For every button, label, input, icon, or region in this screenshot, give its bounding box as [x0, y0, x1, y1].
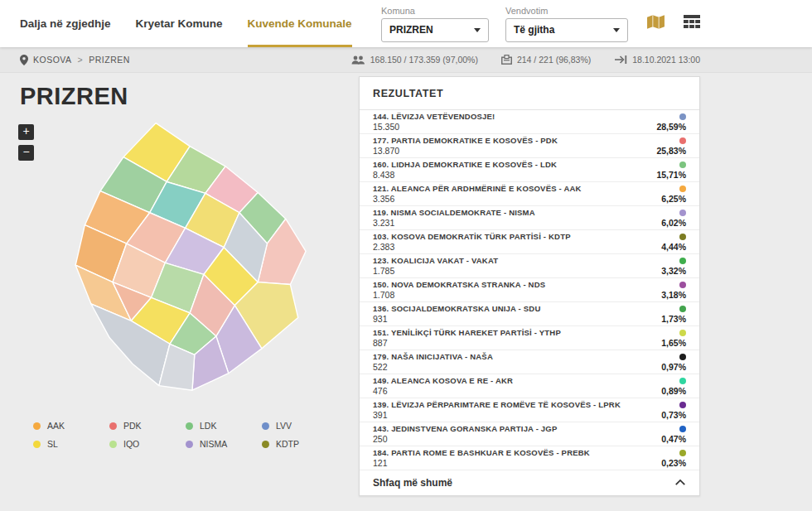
nav-tabs: Dalja në zgjedhjeKryetar KomuneKuvende K… [20, 0, 352, 47]
result-values: 1.7083,18% [373, 290, 686, 300]
show-more-button[interactable]: Shfaq më shumë [360, 470, 699, 495]
party-votes: 887 [373, 338, 388, 348]
party-percent: 6,25% [661, 194, 686, 204]
result-values: 3.2316,02% [373, 218, 686, 228]
party-votes: 476 [373, 386, 388, 396]
select-vendvotim[interactable]: Të gjitha [505, 18, 628, 42]
stat-value: 168.150 / 173.359 (97,00%) [370, 55, 478, 65]
result-name-row: 184. PARTIA ROME E BASHKUAR E KOSOVËS - … [373, 448, 686, 457]
party-color-dot [679, 378, 686, 384]
legend-label: NISMA [200, 439, 227, 449]
result-name-row: 144. LËVIZJA VETËVENDOSJE! [373, 112, 686, 121]
party-percent: 25,83% [656, 146, 686, 156]
result-name-row: 149. ALEANCA KOSOVA E RE - AKR [373, 376, 686, 385]
result-values: 1.7853,32% [373, 266, 686, 276]
party-votes: 121 [373, 458, 388, 468]
stats-bar: 168.150 / 173.359 (97,00%)214 / 221 (96,… [351, 55, 700, 65]
results-title: REZULTATET [360, 77, 699, 110]
tab-kryetar-komune[interactable]: Kryetar Komune [136, 0, 223, 47]
map-icon [646, 14, 665, 33]
party-votes: 1.708 [373, 290, 394, 300]
result-name-row: 177. PARTIA DEMOKRATIKE E KOSOVËS - PDK [373, 136, 686, 145]
legend-label: KDTP [276, 439, 299, 449]
stat-turnout-arrow: 18.10.2021 13:00 [614, 55, 700, 65]
legend-label: AAK [47, 421, 65, 431]
party-color-dot [679, 210, 686, 216]
municipality-map[interactable] [15, 118, 346, 404]
party-color-dot [679, 186, 686, 192]
zoom-in-button[interactable]: + [18, 124, 34, 140]
select-value-komuna: PRIZREN [389, 24, 433, 36]
party-percent: 3,32% [661, 266, 686, 276]
kosovo-map-svg [15, 118, 346, 404]
result-row: 103. KOSOVA DEMOKRATİK TÜRK PARTİSİ - KD… [360, 230, 699, 254]
party-percent: 4,44% [661, 242, 686, 252]
party-name: 123. KOALICIJA VAKAT - VAKAT [373, 256, 498, 265]
party-color-dot [679, 306, 686, 312]
legend-item-iqo: IQO [109, 439, 186, 449]
party-color-dot [679, 450, 686, 456]
result-row: 184. PARTIA ROME E BASHKUAR E KOSOVËS - … [360, 446, 699, 470]
legend-color-dot [33, 422, 41, 430]
party-legend: AAKPDKLDKLVVSLIQONISMAKDTP [33, 421, 338, 449]
party-percent: 6,02% [661, 218, 686, 228]
results-list: 144. LËVIZJA VETËVENDOSJE!15.35028,59%17… [360, 110, 699, 470]
show-more-label: Shfaq më shumë [373, 477, 452, 489]
party-color-dot [679, 330, 686, 336]
party-percent: 0,23% [661, 458, 686, 468]
legend-item-aak: AAK [33, 421, 109, 431]
result-values: 2500,47% [373, 434, 686, 444]
tab-dalja-n-zgjedhje[interactable]: Dalja në zgjedhje [20, 0, 111, 47]
party-votes: 3.356 [373, 194, 394, 204]
breadcrumb-item-kosova[interactable]: KOSOVA [33, 55, 72, 65]
legend-color-dot [109, 422, 117, 430]
result-row: 151. YENİLİKÇİ TÜRK HAREKET PARTİSİ - YT… [360, 326, 699, 350]
party-name: 149. ALEANCA KOSOVA E RE - AKR [373, 376, 513, 385]
party-percent: 0,73% [661, 410, 686, 420]
party-name: 119. NISMA SOCIALDEMOKRATE - NISMA [373, 208, 535, 217]
party-name: 151. YENİLİKÇİ TÜRK HAREKET PARTİSİ - YT… [373, 328, 561, 337]
top-navigation: Dalja në zgjedhjeKryetar KomuneKuvende K… [0, 0, 812, 47]
select-komuna[interactable]: PRIZREN [381, 18, 489, 42]
chevron-up-icon [674, 477, 686, 489]
party-percent: 0,89% [661, 386, 686, 396]
nav-right: KomunaPRIZRENVendvotimTë gjitha [381, 0, 700, 47]
table-view-button[interactable] [684, 15, 700, 32]
party-percent: 1,65% [661, 338, 686, 348]
party-color-dot [679, 137, 686, 144]
filter-komuna: KomunaPRIZREN [381, 6, 489, 42]
party-votes: 3.231 [373, 218, 394, 228]
party-name: 144. LËVIZJA VETËVENDOSJE! [373, 112, 495, 121]
breadcrumb-item-prizren[interactable]: PRIZREN [89, 55, 130, 65]
party-votes: 522 [373, 362, 388, 372]
zoom-out-button[interactable]: − [18, 145, 34, 161]
result-row: 121. ALEANCA PËR ARDHMËRINË E KOSOVËS - … [360, 182, 699, 206]
page-title: PRIZREN [20, 83, 128, 110]
party-percent: 3,18% [661, 290, 686, 300]
result-name-row: 123. KOALICIJA VAKAT - VAKAT [373, 256, 686, 265]
legend-item-ldk: LDK [186, 421, 262, 431]
result-row: 139. LËVIZJA PËRPARIMTARE E ROMËVE TË KO… [360, 398, 699, 422]
result-name-row: 139. LËVIZJA PËRPARIMTARE E ROMËVE TË KO… [373, 400, 686, 409]
legend-item-sl: SL [33, 439, 109, 449]
party-color-dot [679, 354, 686, 360]
party-votes: 391 [373, 410, 388, 420]
result-name-row: 143. JEDINSTVENA GORANSKA PARTIJA - JGP [373, 424, 686, 433]
people-icon [351, 55, 365, 65]
map-view-button[interactable] [646, 14, 665, 33]
party-name: 121. ALEANCA PËR ARDHMËRINË E KOSOVËS - … [373, 184, 582, 193]
legend-label: LVV [276, 421, 292, 431]
result-name-row: 160. LIDHJA DEMOKRATIKE E KOSOVËS - LDK [373, 160, 686, 169]
party-name: 160. LIDHJA DEMOKRATIKE E KOSOVËS - LDK [373, 160, 557, 169]
result-values: 5220,97% [373, 362, 686, 372]
party-votes: 250 [373, 434, 388, 444]
result-name-row: 121. ALEANCA PËR ARDHMËRINË E KOSOVËS - … [373, 184, 686, 193]
breadcrumb-separator: > [78, 55, 84, 65]
tab-kuvende-komunale[interactable]: Kuvende Komunale [248, 0, 352, 47]
result-row: 177. PARTIA DEMOKRATIKE E KOSOVËS - PDK1… [360, 134, 699, 158]
result-values: 9311,73% [373, 314, 686, 324]
party-votes: 1.785 [373, 266, 394, 276]
result-row: 143. JEDINSTVENA GORANSKA PARTIJA - JGP2… [360, 422, 699, 446]
party-color-dot [679, 258, 686, 264]
party-color-dot [679, 282, 686, 288]
